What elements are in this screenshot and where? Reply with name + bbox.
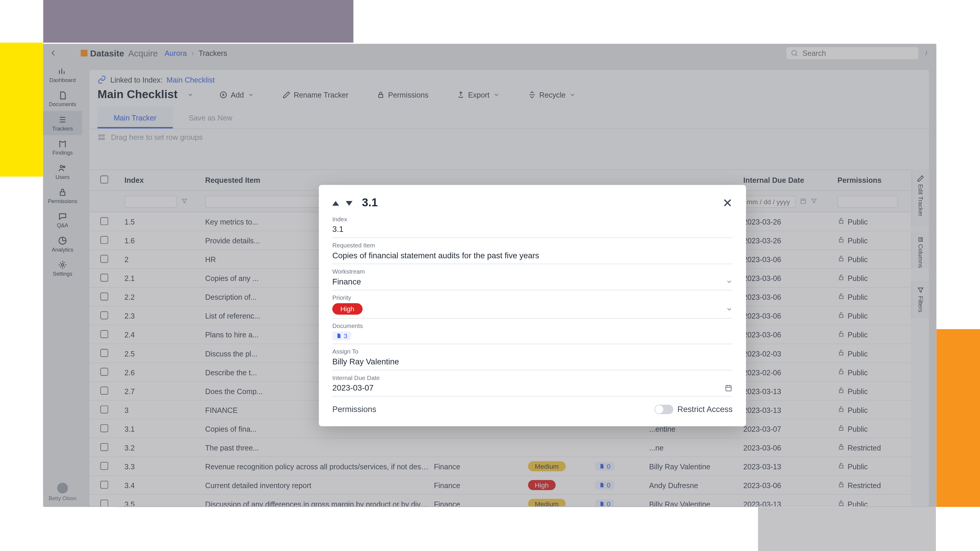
documents-count[interactable]: 3 <box>332 329 732 344</box>
field-permissions: Permissions Restrict Access <box>332 405 732 414</box>
app-frame: Datasite Acquire Aurora › Trackers / Das… <box>43 44 936 507</box>
field-item: Requested Item <box>332 242 732 264</box>
input-index[interactable] <box>332 222 732 238</box>
decor-orange <box>936 329 980 507</box>
close-icon[interactable]: ✕ <box>722 196 732 210</box>
field-workstream: Workstream Finance <box>332 268 732 291</box>
chevron-down-icon <box>726 306 733 312</box>
decor-yellow <box>0 43 43 176</box>
field-due: Internal Due Date 2023-03-07 <box>332 375 732 397</box>
restrict-toggle[interactable] <box>654 405 673 414</box>
select-priority[interactable]: High <box>332 301 732 319</box>
select-workstream[interactable]: Finance <box>332 275 732 291</box>
prev-row-button[interactable] <box>332 201 339 205</box>
row-detail-modal: 3.1 ✕ Index Requested Item Workstream Fi… <box>319 185 746 426</box>
field-documents: Documents 3 <box>332 323 732 344</box>
chevron-down-icon <box>726 278 733 285</box>
modal-title: 3.1 <box>362 196 378 210</box>
calendar-icon <box>724 384 732 392</box>
next-row-button[interactable] <box>346 201 353 205</box>
field-priority: Priority High <box>332 294 732 319</box>
field-index: Index <box>332 216 732 238</box>
svg-rect-31 <box>726 386 731 391</box>
decor-purple <box>43 0 353 43</box>
input-item[interactable] <box>332 249 732 264</box>
field-assign: Assign To <box>332 348 732 370</box>
input-assign[interactable] <box>332 355 732 371</box>
decor-gray <box>758 507 936 551</box>
input-due[interactable]: 2023-03-07 <box>332 381 732 397</box>
modal-header: 3.1 ✕ <box>332 196 732 210</box>
